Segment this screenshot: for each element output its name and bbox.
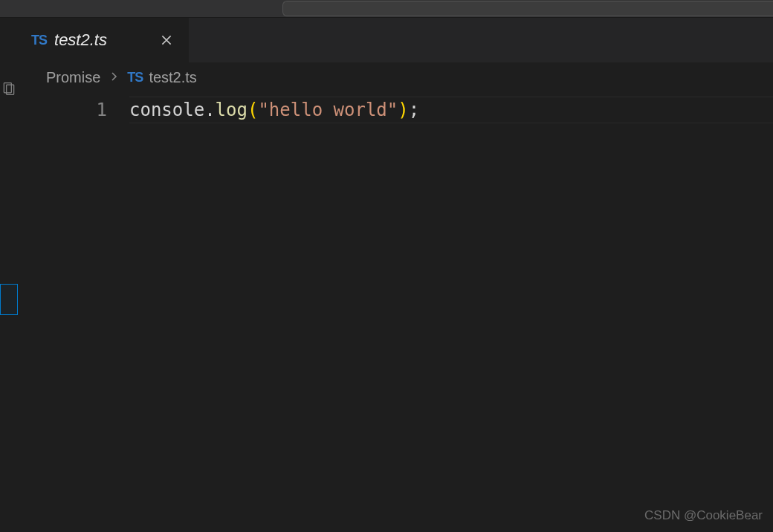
line-number-gutter: 1 bbox=[18, 97, 129, 532]
code-content[interactable]: console.log("hello world"); bbox=[129, 97, 773, 532]
token-object: console bbox=[129, 97, 204, 123]
tab-test2-ts[interactable]: TS test2.ts bbox=[18, 18, 189, 62]
editor-area: TS test2.ts Promise TS test2.ts bbox=[18, 18, 773, 532]
command-center-search[interactable] bbox=[282, 1, 773, 16]
tab-label: test2.ts bbox=[54, 30, 150, 50]
breadcrumb-file[interactable]: TS test2.ts bbox=[127, 69, 197, 86]
token-string: "hello world" bbox=[258, 97, 398, 123]
close-icon[interactable] bbox=[158, 31, 175, 49]
breadcrumb-folder[interactable]: Promise bbox=[46, 69, 100, 86]
typescript-icon: TS bbox=[31, 33, 47, 48]
files-icon[interactable] bbox=[1, 81, 16, 96]
token-dot: . bbox=[204, 97, 215, 123]
token-rparen: ) bbox=[398, 97, 408, 123]
activity-selection-indicator bbox=[0, 284, 18, 315]
activity-bar bbox=[0, 18, 18, 532]
chevron-right-icon bbox=[108, 69, 120, 86]
breadcrumb-file-label: test2.ts bbox=[149, 69, 196, 86]
title-bar bbox=[0, 0, 773, 18]
token-lparen: ( bbox=[248, 97, 258, 123]
line-number: 1 bbox=[18, 97, 107, 123]
breadcrumbs: Promise TS test2.ts bbox=[18, 62, 773, 92]
token-semicolon: ; bbox=[409, 97, 419, 123]
tabs-bar: TS test2.ts bbox=[18, 18, 773, 62]
main-area: TS test2.ts Promise TS test2.ts bbox=[0, 18, 773, 532]
code-line[interactable]: console.log("hello world"); bbox=[129, 97, 773, 123]
watermark: CSDN @CookieBear bbox=[644, 508, 763, 523]
typescript-icon: TS bbox=[127, 70, 143, 85]
code-editor[interactable]: 1 console.log("hello world"); bbox=[18, 92, 773, 532]
token-method: log bbox=[216, 97, 248, 123]
